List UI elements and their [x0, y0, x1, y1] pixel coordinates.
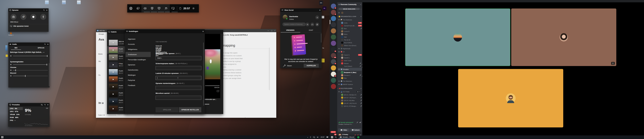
voice-user-row[interactable]: Willem Hunt [Bram]: [341, 44, 362, 47]
settings-sidebar-item[interactable]: Widgetmenu: [126, 47, 151, 52]
noise-suppression-icon[interactable]: [356, 122, 358, 123]
video-thumbnail[interactable]: [109, 62, 118, 68]
social-widget-icon[interactable]: [164, 7, 168, 10]
voice-user-row[interactable]: Piet de W.: [341, 38, 362, 41]
app-volume-slider[interactable]: [13, 76, 48, 76]
voice-user-row[interactable]: Henk Turbo: [341, 59, 362, 62]
shortcut-input-screenshot[interactable]: [156, 66, 201, 70]
avatar[interactable]: [341, 96, 343, 99]
voice-user-row[interactable]: Rick FORCE: [341, 41, 362, 44]
server-dropdown-chevron[interactable]: ▾: [360, 4, 361, 5]
server-icon[interactable]: 6: [331, 47, 336, 52]
avatar[interactable]: [341, 57, 343, 59]
gallery-list-item[interactable]: FiveM -19-2-2: [107, 68, 125, 76]
voice-user-row[interactable]: Demian V.: [341, 74, 362, 76]
mouse-icon[interactable]: [180, 7, 181, 10]
gallery-list-item[interactable]: FiveM -20-2-2: [107, 54, 125, 61]
server-icon[interactable]: [331, 78, 336, 83]
voice-channel[interactable]: OC Politie 11 / 99: [338, 90, 362, 93]
maximize-icon[interactable]: ▢: [271, 30, 272, 32]
server-icon[interactable]: [331, 84, 336, 89]
voice-user-row[interactable]: Jordy LIVE: [341, 22, 362, 24]
video-thumbnail[interactable]: [109, 40, 118, 46]
server-icon[interactable]: [331, 34, 336, 40]
desktop-icon-doc3[interactable]: [77, 0, 81, 4]
tray-speaker-icon[interactable]: [317, 136, 318, 138]
audio-titlebar[interactable]: Audio ⚲×: [8, 42, 50, 46]
voice-user-row[interactable]: Cayne S. LIVE: [341, 54, 362, 56]
gallery-list-item[interactable]: MIDI Mi1-3-202: [107, 39, 125, 46]
add-channel-icon[interactable]: +: [360, 88, 362, 90]
voice-channel-path[interactable]: Straatjes / Roerveen Co...: [338, 123, 361, 125]
settings-sidebar-item[interactable]: Sneltoetsen: [126, 52, 151, 57]
close-icon[interactable]: ×: [274, 30, 275, 32]
app-volume-slider[interactable]: [13, 64, 48, 65]
performance-widget-icon[interactable]: [158, 7, 160, 10]
close-icon[interactable]: ×: [202, 30, 204, 32]
avatar[interactable]: [341, 105, 343, 107]
server-icon[interactable]: 10: [331, 53, 336, 58]
xbox-social-titlebar[interactable]: Xbox Social ×: [280, 8, 322, 12]
reset-button[interactable]: OPNIEUW INSTELLEN: [179, 107, 201, 112]
voice-user-row[interactable]: Mees: [341, 33, 362, 36]
close-icon[interactable]: ×: [46, 9, 48, 11]
voice-user-row[interactable]: [05-01 | IIII] Bjorn R.: [341, 94, 362, 96]
link-account-button[interactable]: KOPPELEN: [304, 64, 319, 68]
shortcut-input-mic-toggle[interactable]: [156, 96, 201, 100]
shortcut-input-gamebar[interactable]: Shift +: [156, 56, 201, 60]
close-icon[interactable]: ×: [47, 43, 48, 45]
server-icon[interactable]: [331, 16, 336, 21]
desktop-icon-partial1[interactable]: [6, 45, 8, 51]
taskbar-item-discord[interactable]: Straatjes - Discord: [338, 136, 356, 139]
epic-icon[interactable]: EPIC: [319, 1, 323, 5]
metric-row[interactable]: VRAM14%: [9, 113, 23, 116]
screenshot-button[interactable]: [10, 14, 16, 20]
voice-channel-row[interactable]: [337, 11, 362, 14]
avatar[interactable]: [341, 28, 343, 30]
avatar[interactable]: [341, 99, 343, 102]
video-button[interactable]: Video: [338, 128, 350, 132]
avatar[interactable]: [341, 65, 343, 67]
audio-scrollbar[interactable]: [49, 63, 49, 86]
capture-widget-icon[interactable]: [151, 7, 154, 10]
show-all-captures-row[interactable]: Alle opnamen tonen: [8, 24, 48, 27]
chevron-down-icon[interactable]: ▾: [44, 52, 44, 53]
voice-user-row[interactable]: Meeuw: [341, 62, 362, 65]
avatar[interactable]: [341, 22, 343, 24]
spotify-tray-icon[interactable]: [357, 136, 359, 138]
server-icon[interactable]: [331, 41, 336, 46]
close-icon[interactable]: ×: [319, 9, 320, 11]
voice-connected-label[interactable]: Spraak gekoppeld: [340, 122, 353, 123]
avatar[interactable]: [341, 42, 343, 44]
preview-progress-bar[interactable]: [205, 86, 220, 86]
bell-button[interactable]: [315, 16, 319, 19]
voice-channel[interactable]: Nightshade: [338, 47, 362, 50]
widget-menu-icon[interactable]: [136, 7, 139, 10]
metric-row[interactable]: RAM48%: [9, 116, 23, 119]
settings-titlebar[interactable]: Instellingen ×: [125, 29, 205, 33]
pin-icon[interactable]: ⚲: [43, 9, 45, 11]
midi-tab-groups[interactable]: Groups: [98, 33, 104, 35]
desktop-icon-partial2[interactable]: [6, 54, 8, 57]
voice-user-row[interactable]: Bert: [341, 27, 362, 30]
server-icon[interactable]: 1: [331, 59, 336, 64]
metric-row[interactable]: FPS--: [9, 119, 23, 122]
channel-category[interactable]: ▾ HULPVERLENING +: [337, 87, 362, 90]
settings-sidebar-item[interactable]: Persoonlijke instellingen: [126, 57, 151, 62]
avatar[interactable]: [341, 71, 343, 74]
shortcut-input-record-last[interactable]: I: [156, 76, 201, 80]
metric-row[interactable]: GPU67%: [9, 110, 23, 113]
gallery-list-item[interactable]: FiveM -18-2-2: [107, 83, 125, 90]
audio-widget-icon[interactable]: [144, 7, 146, 10]
delete-link[interactable]: jderen: [205, 103, 209, 105]
settings-sidebar-item[interactable]: Algemeen: [126, 36, 151, 42]
performance-titlebar[interactable]: Prestaties ⚲×: [8, 103, 50, 106]
screen-share-button[interactable]: Scherm: [350, 128, 362, 132]
desktop-icon-ha-label[interactable]: Ha: [321, 47, 325, 49]
avatar[interactable]: [341, 39, 343, 41]
app-volume-slider[interactable]: [13, 70, 48, 70]
start-button[interactable]: [1, 136, 3, 138]
desktop-icon-doc1[interactable]: [45, 0, 49, 4]
video-thumbnail[interactable]: [109, 98, 118, 104]
video-thumbnail[interactable]: [109, 54, 118, 60]
